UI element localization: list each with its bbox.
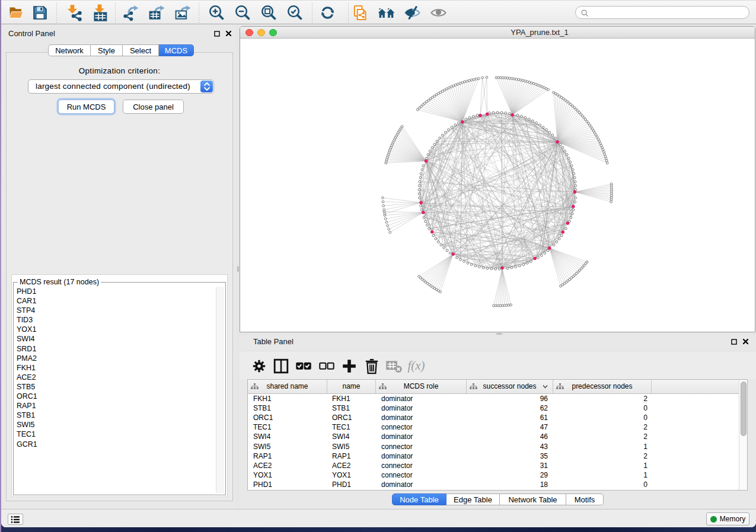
network-node[interactable] — [431, 146, 433, 149]
export-table-icon[interactable] — [143, 4, 168, 22]
window-maximize-button[interactable] — [269, 29, 277, 37]
network-satellite-node[interactable] — [383, 209, 385, 211]
network-dominator-node[interactable] — [534, 257, 537, 260]
network-satellite-node[interactable] — [461, 81, 464, 84]
network-dominator-node[interactable] — [511, 113, 514, 116]
network-dominator-node[interactable] — [486, 113, 489, 116]
network-node[interactable] — [432, 235, 435, 237]
mcds-result-list[interactable]: PHD1CAR1STP4TID3YOX1SWI4SRD1PMA2FKH1ACE2… — [15, 287, 216, 493]
splitter-grip[interactable] — [237, 266, 239, 272]
network-node[interactable] — [559, 143, 562, 146]
show-eye-icon[interactable] — [426, 4, 451, 22]
network-satellite-node[interactable] — [385, 221, 388, 223]
network-node[interactable] — [420, 209, 423, 211]
network-node[interactable] — [574, 181, 576, 183]
network-node[interactable] — [423, 216, 425, 219]
table-row[interactable]: TEC1TEC1connector472 — [248, 422, 739, 432]
network-node[interactable] — [530, 260, 532, 262]
network-node[interactable] — [571, 213, 573, 215]
add-icon[interactable] — [341, 358, 358, 373]
network-node[interactable] — [437, 241, 439, 243]
network-node[interactable] — [575, 197, 577, 199]
network-node[interactable] — [521, 116, 523, 118]
network-satellite-node[interactable] — [497, 76, 500, 79]
network-node[interactable] — [553, 244, 555, 246]
network-node[interactable] — [451, 126, 453, 129]
mcds-result-item[interactable]: TEC1 — [15, 430, 216, 439]
tab-network-table[interactable]: Network Table — [500, 493, 566, 505]
network-graph[interactable] — [240, 39, 755, 332]
network-node[interactable] — [465, 118, 467, 120]
network-satellite-node[interactable] — [506, 77, 509, 79]
network-node[interactable] — [500, 111, 503, 114]
table-row[interactable]: ACE2ACE2connector311 — [248, 461, 739, 470]
network-satellite-node[interactable] — [382, 201, 384, 203]
network-dominator-node[interactable] — [572, 205, 575, 208]
hide-eye-icon[interactable] — [400, 4, 425, 22]
network-node[interactable] — [548, 132, 551, 134]
network-node[interactable] — [422, 165, 425, 167]
column-header-successor-nodes[interactable]: successor nodes — [467, 380, 553, 393]
network-satellite-node[interactable] — [504, 77, 506, 79]
network-node[interactable] — [575, 185, 577, 187]
close-table-panel-icon[interactable] — [742, 338, 749, 345]
network-node[interactable] — [468, 117, 471, 119]
network-satellite-node[interactable] — [439, 91, 442, 94]
network-node[interactable] — [428, 227, 430, 230]
network-node[interactable] — [547, 249, 549, 252]
table-row[interactable]: SWI5SWI5connector431 — [248, 442, 739, 451]
float-table-panel-icon[interactable] — [731, 339, 737, 345]
network-satellite-node[interactable] — [401, 126, 403, 128]
scrollbar-thumb[interactable] — [741, 382, 747, 436]
network-satellite-node[interactable] — [435, 94, 438, 96]
network-satellite-node[interactable] — [603, 150, 605, 153]
network-node[interactable] — [454, 124, 457, 126]
network-node[interactable] — [528, 118, 530, 120]
network-satellite-node[interactable] — [560, 285, 562, 287]
search-input[interactable] — [575, 6, 749, 19]
network-node[interactable] — [490, 268, 493, 270]
tab-network[interactable]: Network — [48, 44, 91, 56]
network-satellite-node[interactable] — [446, 88, 448, 90]
node-table-scrollbar[interactable] — [739, 380, 747, 490]
network-dominator-node[interactable] — [452, 252, 455, 255]
network-node[interactable] — [467, 262, 469, 264]
network-satellite-node[interactable] — [495, 76, 497, 79]
network-node[interactable] — [463, 260, 465, 262]
delete-icon[interactable] — [363, 358, 380, 373]
network-dominator-node[interactable] — [501, 267, 504, 270]
network-satellite-node[interactable] — [388, 228, 390, 230]
network-node[interactable] — [535, 122, 538, 124]
save-session-icon[interactable] — [27, 4, 52, 22]
network-node[interactable] — [420, 205, 422, 207]
table-row[interactable]: YOX1YOX1connector291 — [248, 470, 739, 480]
network-satellite-node[interactable] — [499, 305, 502, 307]
table-row[interactable]: SWI4SWI4dominator462 — [248, 432, 739, 441]
table-row[interactable]: RAP1RAP1dominator352 — [248, 451, 739, 461]
gear-icon[interactable] — [251, 358, 267, 373]
network-node[interactable] — [449, 252, 451, 254]
run-mcds-button[interactable]: Run MCDS — [58, 100, 114, 114]
network-node[interactable] — [539, 124, 541, 126]
network-node[interactable] — [419, 181, 421, 183]
mcds-result-item[interactable]: TID3 — [15, 315, 216, 325]
tab-style[interactable]: Style — [91, 44, 123, 56]
open-file-icon[interactable] — [4, 4, 28, 22]
zoom-in-icon[interactable] — [204, 4, 229, 22]
network-node[interactable] — [427, 153, 429, 156]
network-node[interactable] — [558, 238, 560, 240]
network-node[interactable] — [515, 266, 517, 268]
network-satellite-node[interactable] — [547, 88, 550, 91]
window-minimize-button[interactable] — [257, 29, 265, 37]
network-satellite-node[interactable] — [450, 86, 452, 88]
mcds-result-item[interactable]: STB1 — [15, 411, 216, 420]
network-node[interactable] — [544, 252, 546, 254]
float-panel-icon[interactable] — [214, 31, 220, 37]
network-dominator-node[interactable] — [556, 140, 559, 143]
network-node[interactable] — [566, 153, 568, 156]
network-node[interactable] — [433, 143, 436, 146]
network-satellite-node[interactable] — [486, 76, 488, 79]
network-dominator-node[interactable] — [420, 201, 423, 204]
mcds-result-item[interactable]: FKH1 — [15, 363, 216, 373]
network-satellite-node[interactable] — [444, 89, 446, 91]
